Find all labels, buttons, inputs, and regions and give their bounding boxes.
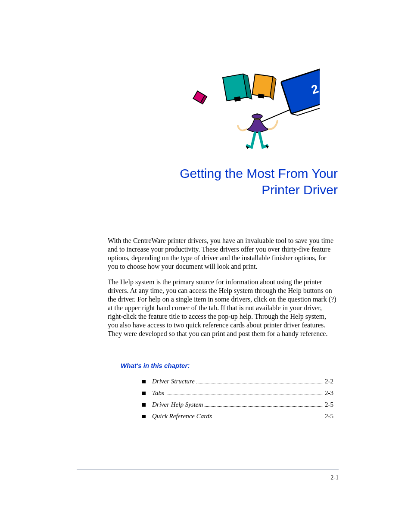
- page-number: 2-1: [330, 474, 339, 481]
- svg-rect-5: [252, 74, 273, 97]
- intro-paragraph-2: The Help system is the primary source fo…: [108, 278, 338, 338]
- bullet-icon: [142, 380, 146, 383]
- toc-item: Tabs 2-3: [142, 389, 333, 397]
- bullet-icon: [142, 392, 146, 395]
- intro-paragraph-1: With the CentreWare printer drivers, you…: [108, 236, 338, 271]
- toc-label: Tabs: [152, 389, 164, 397]
- toc-page: 2-5: [325, 401, 333, 408]
- toc-label: Driver Help System: [152, 401, 203, 408]
- footer-divider: [77, 470, 339, 470]
- toc-item: Driver Help System 2-5: [142, 401, 333, 408]
- svg-point-13: [252, 114, 262, 118]
- toc-label: Quick Reference Cards: [152, 413, 212, 420]
- dot-leader: [214, 418, 323, 418]
- dot-leader: [196, 383, 323, 383]
- chapter-title-line1: Getting the Most From Your: [180, 166, 338, 180]
- chapter-title: Getting the Most From Your Printer Drive…: [78, 165, 338, 198]
- toc-item: Driver Structure 2-2: [142, 378, 333, 385]
- chapter-title-line2: Printer Driver: [262, 183, 338, 197]
- dot-leader: [205, 406, 323, 407]
- toc-label: Driver Structure: [152, 378, 195, 385]
- toc-item: Quick Reference Cards 2-5: [142, 413, 333, 420]
- svg-line-11: [259, 110, 290, 123]
- chapter-illustration: 2: [164, 65, 338, 152]
- toc-page: 2-5: [325, 413, 333, 420]
- toc-page: 2-2: [325, 378, 333, 385]
- dot-leader: [166, 395, 323, 395]
- section-header: What's in this chapter:: [121, 362, 338, 369]
- bullet-icon: [142, 415, 146, 418]
- bullet-icon: [142, 403, 146, 407]
- toc-list: Driver Structure 2-2 Tabs 2-3 Driver Hel…: [142, 378, 333, 420]
- toc-page: 2-3: [325, 389, 333, 397]
